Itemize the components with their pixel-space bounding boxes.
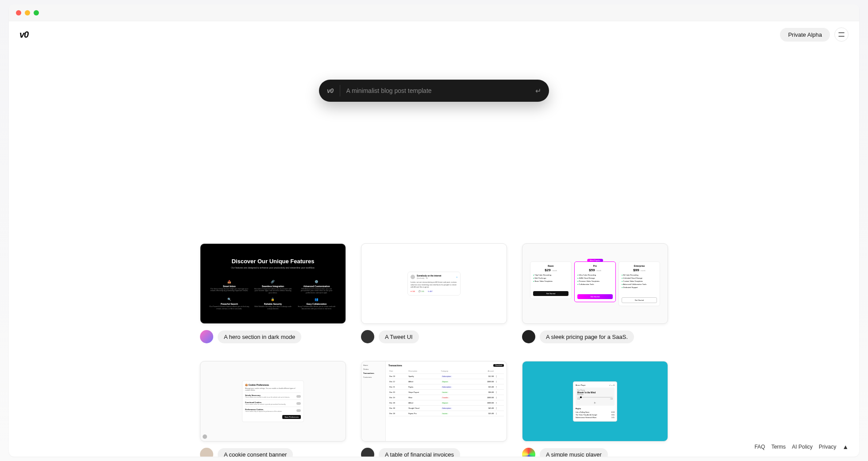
- avatar: [200, 448, 213, 457]
- menu-button[interactable]: [834, 27, 849, 42]
- topbar-right: Private Alpha: [780, 27, 849, 42]
- prompt-logo-icon: v0: [327, 87, 334, 94]
- card-meta: A sleek pricing page for a SaaS.: [522, 330, 668, 343]
- gallery-card[interactable]: Somebody on the internet @nobody · 3h ✕ …: [361, 243, 507, 343]
- alpha-badge: Private Alpha: [780, 28, 830, 42]
- cookie-icon: [203, 434, 207, 439]
- traffic-lights: [16, 10, 39, 15]
- enter-icon[interactable]: ↵: [535, 87, 541, 95]
- card-caption[interactable]: A hero section in dark mode: [218, 330, 301, 343]
- thumbnail-table[interactable]: Home Orders Transactions Customers Trans…: [361, 361, 507, 442]
- card-meta: A cookie consent banner: [200, 448, 346, 457]
- footer-link-faq[interactable]: FAQ: [754, 444, 765, 450]
- card-meta: A hero section in dark mode: [200, 330, 346, 343]
- avatar: [361, 330, 374, 343]
- avatar: [361, 448, 374, 457]
- card-meta: A table of financial invoices: [361, 448, 507, 457]
- card-caption[interactable]: A cookie consent banner: [218, 448, 293, 457]
- card-meta: A simple music player: [522, 448, 668, 457]
- thumb-features-grid: 📥Smart InboxOur Smart Inbox feature help…: [209, 280, 337, 310]
- card-meta: A Tweet UI: [361, 330, 507, 343]
- thumbnail-hero-dark[interactable]: Discover Our Unique Features Our feature…: [200, 243, 346, 324]
- card-caption[interactable]: A simple music player: [540, 448, 608, 457]
- prompt-bar[interactable]: v0 ↵: [319, 80, 549, 102]
- thumbnail-cookie[interactable]: 🍪 Cookie Preferences Manage your cookie …: [200, 361, 346, 442]
- thumbnail-pricing[interactable]: Basic $29 / month Tidy Cube RecordingEdi…: [522, 243, 668, 324]
- close-window-icon[interactable]: [16, 10, 21, 15]
- footer: FAQ Terms AI Policy Privacy ▲: [754, 443, 849, 450]
- card-caption[interactable]: A table of financial invoices: [379, 448, 460, 457]
- footer-link-privacy[interactable]: Privacy: [819, 444, 836, 450]
- logo[interactable]: v0: [19, 30, 28, 40]
- thumbnail-music[interactable]: Music Player⤢ — ✕ Now Playing Blowin' in…: [522, 361, 668, 442]
- avatar: [522, 330, 535, 343]
- gallery-card[interactable]: Music Player⤢ — ✕ Now Playing Blowin' in…: [522, 361, 668, 457]
- gallery-card[interactable]: 🍪 Cookie Preferences Manage your cookie …: [200, 361, 346, 457]
- card-caption[interactable]: A sleek pricing page for a SaaS.: [540, 330, 634, 343]
- thumb-title: Discover Our Unique Features: [231, 258, 314, 265]
- footer-link-ai-policy[interactable]: AI Policy: [792, 444, 813, 450]
- avatar: [200, 330, 213, 343]
- minimize-window-icon[interactable]: [25, 10, 30, 15]
- prompt-input[interactable]: [346, 87, 529, 94]
- footer-link-terms[interactable]: Terms: [771, 444, 786, 450]
- maximize-window-icon[interactable]: [34, 10, 39, 15]
- thumbnail-tweet[interactable]: Somebody on the internet @nobody · 3h ✕ …: [361, 243, 507, 324]
- topbar: v0 Private Alpha: [9, 21, 859, 48]
- avatar: [522, 448, 535, 457]
- card-caption[interactable]: A Tweet UI: [379, 330, 419, 343]
- menu-icon: [838, 32, 845, 37]
- gallery: Discover Our Unique Features Our feature…: [200, 243, 668, 457]
- titlebar: [9, 4, 859, 21]
- app-window: v0 Private Alpha v0 ↵ Discover Our Uniqu…: [9, 4, 859, 457]
- prompt-divider: [340, 85, 340, 96]
- thumb-subtitle: Our features are designed to enhance you…: [231, 266, 315, 269]
- vercel-logo-icon[interactable]: ▲: [842, 443, 849, 450]
- gallery-card[interactable]: Home Orders Transactions Customers Trans…: [361, 361, 507, 457]
- gallery-card[interactable]: Basic $29 / month Tidy Cube RecordingEdi…: [522, 243, 668, 343]
- gallery-card[interactable]: Discover Our Unique Features Our feature…: [200, 243, 346, 343]
